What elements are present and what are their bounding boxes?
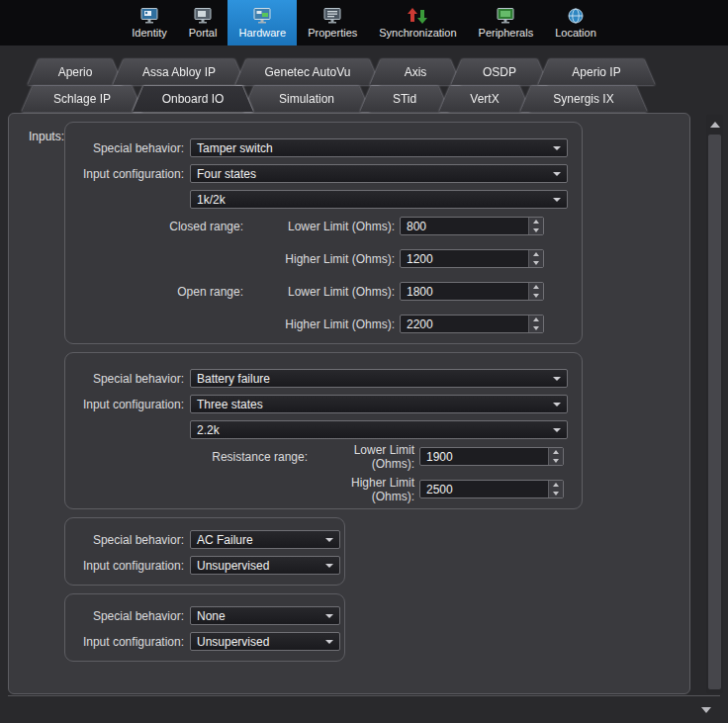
open-lower-input[interactable] bbox=[400, 282, 544, 301]
spin-up-button[interactable] bbox=[529, 250, 543, 259]
input-configuration-dropdown[interactable]: Four states bbox=[190, 164, 568, 183]
tab-shape: Assa Abloy IP bbox=[113, 59, 245, 85]
peripherals-icon bbox=[495, 7, 516, 24]
input-configuration-row: Input configuration: Unsupervised bbox=[65, 632, 344, 651]
spin-up-button[interactable] bbox=[549, 481, 563, 490]
dropdown-value: 1k/2k bbox=[197, 193, 226, 207]
special-behavior-row: Special behavior: Battery failure bbox=[65, 369, 582, 388]
tab-vertx[interactable]: VertX bbox=[439, 86, 530, 112]
resistor-row: 2.2k bbox=[65, 420, 582, 439]
tab-axis[interactable]: Axis bbox=[370, 59, 461, 85]
scrollbar-thumb[interactable] bbox=[708, 135, 721, 689]
special-behavior-dropdown[interactable]: Battery failure bbox=[190, 369, 568, 388]
spin-down-button[interactable] bbox=[549, 457, 563, 466]
open-lower-field bbox=[400, 282, 544, 301]
tab-label: Assa Abloy IP bbox=[142, 65, 216, 79]
open-higher-input[interactable] bbox=[400, 315, 544, 333]
input-configuration-dropdown[interactable]: Unsupervised bbox=[190, 556, 340, 575]
properties-icon bbox=[321, 7, 343, 24]
toolbar-item-location[interactable]: Location bbox=[544, 0, 607, 45]
chevron-down-icon bbox=[553, 146, 561, 150]
chevron-down-icon bbox=[553, 403, 561, 407]
toolbar-item-label: Properties bbox=[308, 27, 357, 39]
toolbar-item-hardware[interactable]: Hardware bbox=[228, 0, 297, 45]
input-configuration-dropdown[interactable]: Three states bbox=[190, 395, 568, 413]
toolbar-item-label: Synchronization bbox=[379, 27, 456, 39]
spin-up-icon bbox=[533, 285, 539, 289]
vertical-scrollbar[interactable] bbox=[706, 115, 723, 693]
scroll-down-button[interactable] bbox=[697, 703, 714, 717]
toolbar-item-properties[interactable]: Properties bbox=[297, 0, 368, 45]
tab-label: Simulation bbox=[279, 92, 334, 106]
toolbar-item-identity[interactable]: Identity bbox=[121, 0, 177, 45]
input-group-1: Special behavior: Tamper switch Input co… bbox=[64, 122, 583, 344]
spin-down-button[interactable] bbox=[529, 292, 543, 301]
spin-up-button[interactable] bbox=[529, 316, 543, 324]
tab-simulation[interactable]: Simulation bbox=[243, 86, 370, 112]
spin-up-button[interactable] bbox=[529, 283, 543, 292]
tab-label: Aperio bbox=[58, 65, 93, 79]
tab-assa-abloy-ip[interactable]: Assa Abloy IP bbox=[113, 59, 245, 85]
toolbar-item-peripherals[interactable]: Peripherals bbox=[468, 0, 545, 45]
input-group-3: Special behavior: AC Failure Input confi… bbox=[64, 517, 345, 586]
special-behavior-label: Special behavior: bbox=[65, 533, 184, 547]
spin-down-icon bbox=[553, 459, 559, 463]
dropdown-value: None bbox=[197, 609, 226, 623]
bottom-scroll-strip bbox=[8, 695, 720, 722]
resistance-lower-input[interactable] bbox=[419, 447, 564, 466]
chevron-down-icon bbox=[325, 614, 333, 618]
resistor-dropdown[interactable]: 1k/2k bbox=[190, 190, 568, 209]
lower-limit-label: Lower Limit (Ohms): bbox=[247, 220, 395, 233]
resistance-higher-input[interactable] bbox=[419, 480, 564, 498]
open-range-lower-row: Open range: Lower Limit (Ohms): bbox=[65, 282, 582, 301]
higher-limit-label: Higher Limit (Ohms): bbox=[247, 317, 395, 331]
closed-lower-input[interactable] bbox=[400, 217, 544, 235]
tab-schlage-ip[interactable]: Schlage IP bbox=[22, 86, 142, 112]
closed-range-label: Closed range: bbox=[65, 220, 243, 233]
tab-synergis-ix[interactable]: Synergis IX bbox=[520, 86, 647, 112]
open-higher-field bbox=[400, 315, 544, 333]
spin-up-button[interactable] bbox=[549, 448, 563, 457]
resistance-higher-field bbox=[419, 480, 564, 498]
input-configuration-label: Input configuration: bbox=[65, 167, 184, 181]
toolbar-item-portal[interactable]: Portal bbox=[178, 0, 228, 45]
tab-label: Genetec AutoVu bbox=[265, 65, 351, 79]
special-behavior-dropdown[interactable]: AC Failure bbox=[190, 530, 340, 549]
tab-label: Schlage IP bbox=[53, 92, 111, 106]
identity-icon bbox=[138, 7, 160, 24]
tab-onboard-io[interactable]: Onboard IO bbox=[133, 86, 253, 112]
spinner bbox=[528, 316, 543, 332]
closed-higher-input[interactable] bbox=[400, 249, 544, 268]
tab-row-1: Aperio Assa Abloy IP Genetec AutoVu Axis… bbox=[0, 59, 728, 85]
tab-aperio-ip[interactable]: Aperio IP bbox=[538, 59, 655, 85]
input-configuration-dropdown[interactable]: Unsupervised bbox=[190, 632, 340, 651]
input-group-2: Special behavior: Battery failure Input … bbox=[64, 352, 583, 509]
input-configuration-row: Input configuration: Three states bbox=[65, 395, 582, 413]
tab-shape: Onboard IO bbox=[133, 86, 253, 112]
special-behavior-label: Special behavior: bbox=[65, 372, 184, 386]
special-behavior-dropdown[interactable]: None bbox=[190, 606, 340, 625]
spinner bbox=[548, 481, 563, 497]
special-behavior-dropdown[interactable]: Tamper switch bbox=[190, 138, 568, 157]
spin-down-button[interactable] bbox=[549, 490, 563, 498]
tab-aperio[interactable]: Aperio bbox=[28, 59, 123, 85]
spin-up-button[interactable] bbox=[529, 218, 543, 226]
special-behavior-row: Special behavior: None bbox=[65, 606, 344, 625]
resistor-dropdown[interactable]: 2.2k bbox=[190, 420, 568, 439]
scroll-up-button[interactable] bbox=[706, 118, 723, 132]
tab-shape: Aperio bbox=[28, 59, 123, 85]
tab-osdp[interactable]: OSDP bbox=[451, 59, 548, 85]
spinner bbox=[528, 218, 543, 234]
spin-down-button[interactable] bbox=[529, 324, 543, 333]
toolbar-item-label: Portal bbox=[189, 27, 218, 39]
toolbar-item-synchronization[interactable]: Synchronization bbox=[368, 0, 467, 45]
tab-stid[interactable]: STid bbox=[360, 86, 449, 112]
dropdown-value: 2.2k bbox=[197, 423, 220, 437]
spin-down-button[interactable] bbox=[529, 226, 543, 235]
tab-shape: Aperio IP bbox=[538, 59, 655, 85]
spin-up-icon bbox=[553, 450, 559, 454]
tab-row-2: Schlage IP Onboard IO Simulation STid Ve… bbox=[0, 86, 728, 112]
tab-genetec-autovu[interactable]: Genetec AutoVu bbox=[235, 59, 380, 85]
spinner bbox=[528, 250, 543, 267]
spin-down-button[interactable] bbox=[529, 259, 543, 268]
